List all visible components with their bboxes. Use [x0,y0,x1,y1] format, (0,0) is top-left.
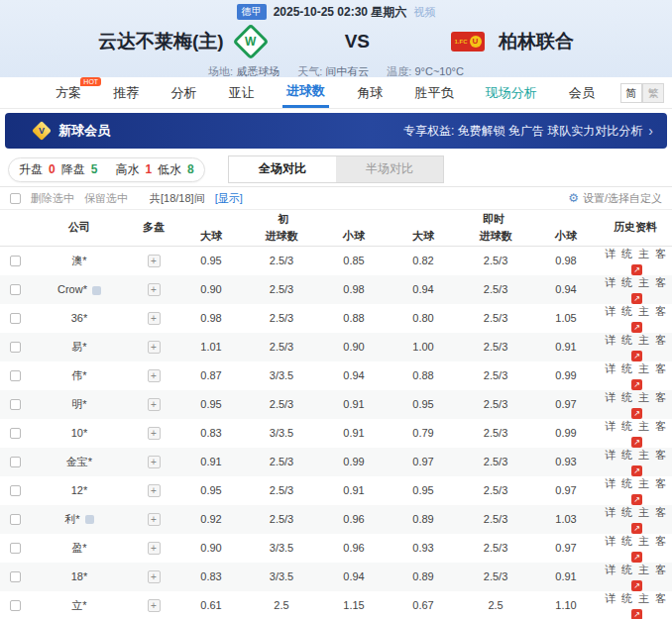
history-link[interactable]: 主 [638,592,649,604]
history-link[interactable]: 客 [655,276,666,288]
row-checkbox[interactable] [10,284,21,295]
select-all-checkbox[interactable] [10,193,21,204]
history-link[interactable]: 详 [605,535,616,547]
history-link[interactable]: 主 [638,391,649,403]
history-link[interactable]: 统 [621,592,632,604]
nav-tab-胜平负[interactable]: 胜平负 [410,77,457,108]
trend-chart-icon[interactable]: ↗ [631,351,642,361]
multi-odds-expand-button[interactable]: + [148,456,161,468]
history-link[interactable]: 统 [621,477,632,489]
multi-odds-expand-button[interactable]: + [148,341,161,354]
history-link[interactable]: 详 [605,248,616,259]
lang-traditional-button[interactable]: 繁 [642,83,664,103]
history-link[interactable]: 详 [605,506,616,518]
company-name[interactable]: 金宝* [66,456,92,467]
row-checkbox[interactable] [10,399,21,410]
trend-chart-icon[interactable]: ↗ [631,408,642,419]
history-link[interactable]: 客 [655,449,666,461]
company-name[interactable]: 盈* [71,542,86,554]
multi-odds-expand-button[interactable]: + [148,398,161,411]
company-name[interactable]: 36* [71,312,88,324]
history-link[interactable]: 主 [638,477,649,489]
history-link[interactable]: 主 [638,334,649,346]
history-link[interactable]: 主 [638,449,649,461]
history-link[interactable]: 客 [655,506,666,518]
history-link[interactable]: 客 [655,248,666,259]
nav-tab-方案[interactable]: 方案HOT [52,77,85,108]
row-checkbox[interactable] [10,457,21,467]
trend-chart-icon[interactable]: ↗ [631,552,642,563]
settings-customize-link[interactable]: 设置/选择自定义 [583,191,662,206]
company-name[interactable]: 伟* [71,369,86,381]
row-checkbox[interactable] [10,370,21,381]
company-name[interactable]: 12* [71,484,88,496]
show-link[interactable]: [显示] [215,191,243,206]
history-link[interactable]: 详 [605,564,616,575]
multi-odds-expand-button[interactable]: + [148,599,161,612]
history-link[interactable]: 客 [655,334,666,346]
trend-chart-icon[interactable]: ↗ [631,293,642,304]
nav-tab-现场分析[interactable]: 现场分析 [482,77,541,108]
trend-chart-icon[interactable]: ↗ [631,580,642,591]
history-link[interactable]: 主 [638,506,649,518]
history-link[interactable]: 主 [638,535,649,547]
trend-chart-icon[interactable]: ↗ [631,465,642,476]
row-checkbox[interactable] [10,256,21,266]
company-name[interactable]: 10* [71,427,88,439]
row-checkbox[interactable] [10,428,21,439]
company-name[interactable]: Crow* [57,283,87,295]
history-link[interactable]: 统 [621,564,632,575]
history-link[interactable]: 客 [655,420,666,432]
trend-chart-icon[interactable]: ↗ [631,609,642,619]
history-link[interactable]: 详 [605,362,616,374]
history-link[interactable]: 客 [655,535,666,547]
nav-tab-进球数[interactable]: 进球数 [282,77,329,108]
history-link[interactable]: 统 [621,506,632,518]
multi-odds-expand-button[interactable]: + [148,570,161,583]
row-checkbox[interactable] [10,543,21,554]
history-link[interactable]: 详 [605,592,616,604]
multi-odds-expand-button[interactable]: + [148,283,161,296]
trend-chart-icon[interactable]: ↗ [631,437,642,448]
trend-chart-icon[interactable]: ↗ [631,494,642,505]
nav-tab-角球[interactable]: 角球 [353,77,387,108]
history-link[interactable]: 统 [621,391,632,403]
history-link[interactable]: 统 [621,305,632,317]
history-link[interactable]: 主 [638,362,649,374]
history-link[interactable]: 主 [638,276,649,288]
history-link[interactable]: 客 [655,362,666,374]
trend-chart-icon[interactable]: ↗ [631,523,642,534]
chevron-right-icon[interactable]: › [648,123,653,139]
multi-odds-expand-button[interactable]: + [148,542,161,555]
history-link[interactable]: 主 [638,248,649,259]
history-link[interactable]: 客 [655,305,666,317]
row-checkbox[interactable] [10,342,21,353]
company-name[interactable]: 易* [71,341,86,353]
history-link[interactable]: 客 [655,391,666,403]
keep-selected-button[interactable]: 保留选中 [84,191,128,206]
trend-chart-icon[interactable]: ↗ [631,379,642,390]
league-badge[interactable]: 德甲 [237,4,267,20]
full-match-button[interactable]: 全场对比 [229,156,336,182]
row-checkbox[interactable] [10,313,21,324]
multi-odds-expand-button[interactable]: + [148,312,161,325]
history-link[interactable]: 主 [638,305,649,317]
company-name[interactable]: 立* [71,599,86,611]
history-link[interactable]: 详 [605,391,616,403]
history-link[interactable]: 主 [638,420,649,432]
multi-odds-expand-button[interactable]: + [148,513,161,526]
row-checkbox[interactable] [10,485,21,496]
multi-odds-expand-button[interactable]: + [148,427,161,440]
trend-chart-icon[interactable]: ↗ [631,322,642,333]
history-link[interactable]: 统 [621,420,632,432]
history-link[interactable]: 详 [605,334,616,346]
half-match-button[interactable]: 半场对比 [336,156,443,182]
row-checkbox[interactable] [10,571,21,582]
video-link[interactable]: 视频 [413,5,435,20]
history-link[interactable]: 统 [621,276,632,288]
multi-odds-expand-button[interactable]: + [148,255,161,267]
nav-tab-亚让[interactable]: 亚让 [225,77,259,108]
row-checkbox[interactable] [10,600,21,611]
vip-member-banner[interactable]: V 新球会员 专享权益: 免费解锁 免广告 球队实力对比分析 › [5,113,667,149]
trend-chart-icon[interactable]: ↗ [631,264,642,275]
